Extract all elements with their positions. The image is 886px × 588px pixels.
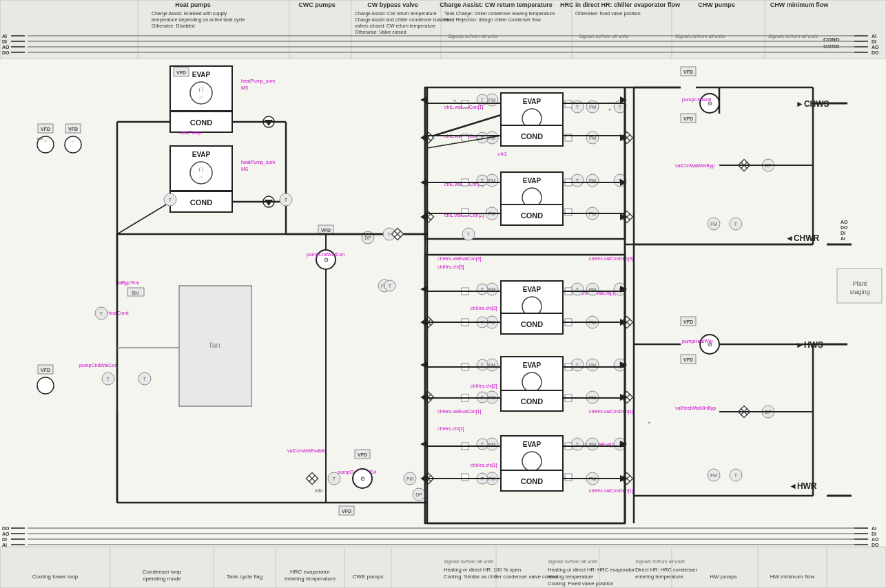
svg-rect-416 <box>565 474 572 481</box>
svg-text:Signals to/from all units: Signals to/from all units <box>448 34 498 39</box>
svg-text:pumpCndWatCon: pumpCndWatCon <box>307 252 344 258</box>
svg-text:Cooling: Similar as chiller co: Cooling: Similar as chiller condenser va… <box>444 574 558 580</box>
svg-point-104 <box>190 82 212 104</box>
svg-text:valConWatEvaMix: valConWatEvaMix <box>287 448 327 453</box>
svg-text:COND: COND <box>521 132 543 140</box>
svg-text:valHeatWatMinByp: valHeatWatMinByp <box>675 406 716 411</box>
svg-text:T: T <box>389 284 392 288</box>
svg-text:VFD: VFD <box>683 357 693 362</box>
svg-text:Heat pumps: Heat pumps <box>175 1 211 8</box>
svg-text:Tank Charge: chiller condenser: Tank Charge: chiller condenser leaving t… <box>444 11 555 17</box>
svg-text:valBypTem: valBypTem <box>116 280 139 286</box>
svg-text:FM: FM <box>589 136 596 140</box>
svg-text:VFD: VFD <box>683 116 693 121</box>
svg-text:valves closed: CW return tempe: valves closed: CW return temperature <box>355 23 436 29</box>
svg-text:*: * <box>608 107 612 115</box>
svg-text:fan: fan <box>209 341 220 349</box>
svg-text:AI: AI <box>872 34 876 39</box>
svg-text:HRC evaporator: HRC evaporator <box>290 569 330 575</box>
svg-text:pumpChnWat: pumpChnWat <box>682 97 712 103</box>
svg-text:○: ○ <box>72 138 74 143</box>
svg-text:entering temperature: entering temperature <box>285 576 336 582</box>
svg-point-215 <box>522 452 542 471</box>
svg-text:HW pumps: HW pumps <box>710 574 737 580</box>
svg-text:DI: DI <box>872 39 876 44</box>
svg-rect-406 <box>462 474 468 481</box>
svg-text:Condenser loop: Condenser loop <box>143 569 182 575</box>
svg-text:heatPump: heatPump <box>179 130 201 136</box>
svg-text:EVAP: EVAP <box>523 361 542 369</box>
svg-text:T: T <box>576 105 579 109</box>
diagram-container: Heat pumps Charge Assist: Enabled with s… <box>0 0 886 588</box>
svg-text:Signals to/from all units: Signals to/from all units <box>444 559 494 565</box>
svg-text:Otherwise: Disabled: Otherwise: Disabled <box>152 23 195 28</box>
svg-text:eco: eco <box>37 136 43 140</box>
svg-text:T: T <box>169 198 172 202</box>
svg-text:CWE pumps: CWE pumps <box>353 574 384 580</box>
svg-text:T: T <box>734 473 738 478</box>
svg-text:COND: COND <box>190 118 212 127</box>
svg-text:VFD: VFD <box>342 509 351 514</box>
svg-text:Otherwise: fixed valve positio: Otherwise: fixed valve position <box>575 11 641 17</box>
svg-text:T: T <box>107 377 110 381</box>
svg-text:mIn: mIn <box>315 488 323 493</box>
svg-text:VFD: VFD <box>683 319 693 324</box>
svg-text:heatPump_sum: heatPump_sum <box>241 78 275 84</box>
svg-text:AO: AO <box>872 537 879 542</box>
svg-text:DO: DO <box>841 225 848 230</box>
svg-point-118 <box>190 162 212 184</box>
svg-text:chiHrs.valConDen[1]: chiHrs.valConDen[1] <box>589 409 633 414</box>
svg-text:HRC in direct HR: chiller evap: HRC in direct HR: chiller evaporator flo… <box>560 1 681 8</box>
svg-text:DI: DI <box>841 231 845 235</box>
svg-text:◄CHWR: ◄CHWR <box>785 233 820 243</box>
svg-text:COND: COND <box>521 320 543 328</box>
svg-text:CWC pumps: CWC pumps <box>298 1 336 8</box>
svg-text:CHW minimum flow: CHW minimum flow <box>770 1 829 8</box>
svg-text:FM: FM <box>406 476 413 481</box>
svg-text:COND: COND <box>521 477 543 485</box>
svg-text:COND: COND <box>190 198 212 207</box>
svg-text:VFD: VFD <box>68 127 78 132</box>
svg-text:temperature depending on activ: temperature depending on active tank cyc… <box>152 17 245 23</box>
svg-text:chiHrs.chi[3]: chiHrs.chi[3] <box>437 264 464 270</box>
svg-text:Signals to/from all units: Signals to/from all units <box>548 559 598 565</box>
svg-point-199 <box>522 372 542 392</box>
svg-text:staging: staging <box>849 288 869 295</box>
svg-point-144 <box>37 377 54 394</box>
svg-text:COND: COND <box>521 397 543 406</box>
svg-text:*: * <box>453 98 457 106</box>
svg-text:EVAP: EVAP <box>523 441 542 448</box>
svg-text:EVAP: EVAP <box>192 71 211 78</box>
svg-text:pumpHeatWat: pumpHeatWat <box>682 339 713 344</box>
svg-text:heatPump_sum: heatPump_sum <box>241 160 275 165</box>
svg-text:( ): ( ) <box>199 87 204 92</box>
svg-text:DI: DI <box>2 39 7 44</box>
svg-text:DI: DI <box>2 537 7 542</box>
svg-text:DO: DO <box>872 50 879 55</box>
svg-text:DI: DI <box>872 532 876 536</box>
svg-text:VFD: VFD <box>321 228 331 233</box>
svg-text:T: T <box>388 232 391 237</box>
svg-text:chiHrs.valConDen[3]: chiHrs.valConDen[3] <box>589 256 633 262</box>
svg-text:T: T <box>285 198 288 202</box>
svg-rect-40 <box>0 547 886 588</box>
svg-text:CW bypass valve: CW bypass valve <box>367 1 418 8</box>
svg-rect-400 <box>462 209 468 216</box>
svg-text:Signals to/from all units: Signals to/from all units <box>635 559 686 565</box>
svg-text:*: * <box>648 420 651 428</box>
svg-text:chiHrs.valEvaCon[3]: chiHrs.valEvaCon[3] <box>437 256 481 262</box>
svg-text:chiHrs.chi[3]: chiHrs.chi[3] <box>471 306 497 311</box>
svg-text:VFD: VFD <box>358 452 367 457</box>
svg-text:T: T <box>333 476 336 481</box>
svg-text:AO: AO <box>872 45 879 50</box>
svg-text:chi1: chi1 <box>498 151 507 156</box>
svg-text:FM: FM <box>488 98 495 103</box>
svg-text:AI: AI <box>2 543 7 547</box>
svg-text:CHW pumps: CHW pumps <box>698 1 735 8</box>
svg-rect-1 <box>0 0 886 59</box>
svg-text:EVAP: EVAP <box>523 286 542 293</box>
svg-text:Tank cycle flag: Tank cycle flag <box>227 574 262 580</box>
svg-text:BV: BV <box>132 290 140 296</box>
svg-text:leaving temperature: leaving temperature <box>548 574 593 580</box>
svg-text:VFD: VFD <box>41 127 50 132</box>
